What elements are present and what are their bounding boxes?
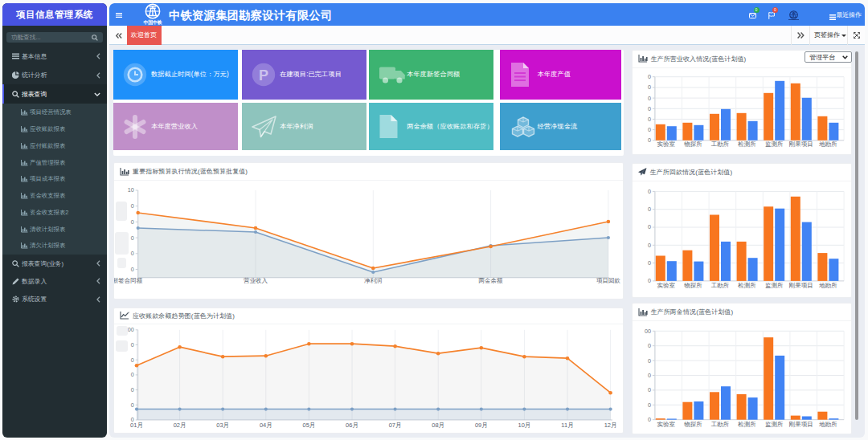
svg-text:刚果项目: 刚果项目 <box>788 421 813 428</box>
svg-text:05月: 05月 <box>302 422 315 429</box>
svg-text:0: 0 <box>647 116 650 123</box>
svg-text:0: 0 <box>131 401 134 408</box>
svg-text:08月: 08月 <box>432 422 444 429</box>
svg-text:0: 0 <box>131 234 134 242</box>
svg-text:实验室: 实验室 <box>657 421 675 428</box>
svg-text:11月: 11月 <box>561 422 573 429</box>
svg-text:0: 0 <box>647 357 650 365</box>
svg-text:10月: 10月 <box>518 422 530 429</box>
svg-text:0: 0 <box>647 223 650 230</box>
svg-text:实验室: 实验室 <box>657 281 675 288</box>
svg-text:0: 0 <box>131 218 134 226</box>
svg-text:监测所: 监测所 <box>764 141 783 148</box>
svg-text:物探所: 物探所 <box>684 141 702 148</box>
svg-text:检测所: 检测所 <box>737 141 756 148</box>
svg-text:项目回款: 项目回款 <box>596 277 621 284</box>
svg-text:物探所: 物探所 <box>684 281 702 288</box>
svg-text:工勘所: 工勘所 <box>710 281 729 288</box>
svg-text:04月: 04月 <box>260 422 272 429</box>
svg-text:0: 0 <box>131 371 134 378</box>
svg-text:0: 0 <box>647 136 650 144</box>
svg-text:0: 0 <box>647 206 650 213</box>
svg-text:工勘所: 工勘所 <box>710 421 729 428</box>
svg-text:两金余额: 两金余额 <box>478 277 504 284</box>
svg-text:物探所: 物探所 <box>684 421 702 428</box>
svg-text:净利润: 净利润 <box>364 277 383 284</box>
svg-text:0: 0 <box>647 94 650 101</box>
svg-text:12月: 12月 <box>604 422 617 429</box>
svg-text:0: 0 <box>647 241 650 248</box>
svg-text:0: 0 <box>647 372 650 379</box>
svg-text:0: 0 <box>131 356 134 363</box>
svg-text:地勘所: 地勘所 <box>818 141 837 148</box>
svg-text:实验室: 实验室 <box>657 141 675 148</box>
svg-text:0: 0 <box>647 277 650 284</box>
svg-text:P: P <box>259 67 268 83</box>
svg-text:00: 00 <box>128 326 134 333</box>
svg-text:刚果项目: 刚果项目 <box>788 281 813 288</box>
svg-text:0: 0 <box>647 342 650 349</box>
svg-text:检测所: 检测所 <box>737 421 756 428</box>
svg-text:0: 0 <box>131 386 134 393</box>
svg-text:0: 0 <box>647 401 650 409</box>
svg-text:0: 0 <box>647 84 650 91</box>
svg-text:09月: 09月 <box>475 422 488 429</box>
svg-text:06月: 06月 <box>346 422 358 429</box>
svg-text:0: 0 <box>647 416 650 423</box>
svg-text:0: 0 <box>647 188 650 195</box>
svg-text:07月: 07月 <box>389 422 402 429</box>
svg-text:0: 0 <box>647 126 650 133</box>
svg-text:0: 0 <box>647 104 650 112</box>
svg-text:监测所: 监测所 <box>764 421 783 428</box>
svg-text:10: 10 <box>128 186 134 194</box>
svg-text:0: 0 <box>131 202 134 210</box>
svg-text:0: 0 <box>647 73 650 80</box>
svg-text:监测所: 监测所 <box>764 281 783 288</box>
svg-text:刚果项目: 刚果项目 <box>788 141 813 148</box>
svg-text:营业收入: 营业收入 <box>244 277 268 284</box>
svg-text:地勘所: 地勘所 <box>818 421 837 428</box>
svg-text:01月: 01月 <box>130 422 143 429</box>
svg-text:0: 0 <box>131 250 134 257</box>
svg-text:0: 0 <box>647 259 650 267</box>
svg-text:工勘所: 工勘所 <box>710 141 729 148</box>
svg-text:02月: 02月 <box>174 422 186 429</box>
svg-text:0: 0 <box>131 266 134 273</box>
svg-text:0: 0 <box>647 386 650 393</box>
svg-text:0: 0 <box>131 341 134 348</box>
svg-text:新签合同额: 新签合同额 <box>114 277 143 284</box>
svg-text:地勘所: 地勘所 <box>818 281 837 288</box>
svg-text:00: 00 <box>644 328 650 335</box>
svg-text:检测所: 检测所 <box>737 281 756 288</box>
svg-text:03月: 03月 <box>216 422 229 429</box>
